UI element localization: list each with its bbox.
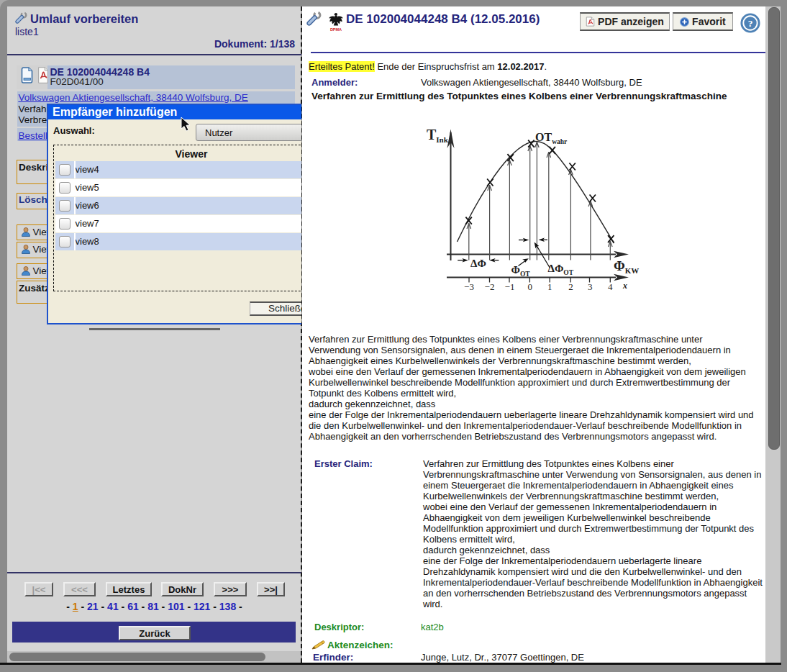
svg-text:ΔΦ: ΔΦ <box>470 258 486 269</box>
svg-text:4: 4 <box>608 281 613 292</box>
svg-text:−2: −2 <box>485 281 495 292</box>
svg-text:ΦKW: ΦKW <box>614 258 639 275</box>
svg-text:−3: −3 <box>464 281 474 292</box>
svg-text:1: 1 <box>547 281 552 292</box>
svg-text:x: x <box>622 281 627 291</box>
svg-text:?: ? <box>748 18 753 29</box>
svg-text:2: 2 <box>568 281 573 292</box>
svg-text:OTwahr: OTwahr <box>535 131 568 145</box>
svg-text:3: 3 <box>588 281 593 292</box>
svg-text:−1: −1 <box>505 281 515 292</box>
svg-text:DPMA: DPMA <box>330 27 342 32</box>
svg-text:0: 0 <box>527 281 532 292</box>
svg-text:ΦOT: ΦOT <box>511 264 531 278</box>
svg-text:ΔΦOT: ΔΦOT <box>548 263 574 276</box>
svg-text:TInk: TInk <box>427 127 449 144</box>
